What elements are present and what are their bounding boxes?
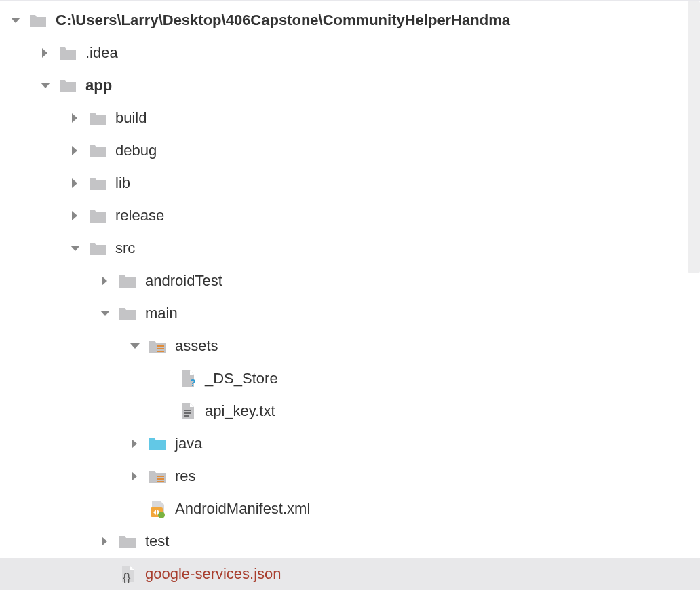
vertical-scrollbar[interactable] <box>688 1 700 614</box>
manifest-file-icon <box>148 499 167 518</box>
tree-node-dsstore[interactable]: _DS_Store <box>0 362 700 395</box>
tree-label: java <box>172 435 202 453</box>
chevron-right-icon[interactable] <box>128 469 142 484</box>
chevron-right-icon[interactable] <box>68 176 83 191</box>
tree-label: C:\Users\Larry\Desktop\406Capstone\Commu… <box>53 12 510 29</box>
tree-label: assets <box>172 337 218 355</box>
tree-node-app[interactable]: app <box>0 69 700 102</box>
tree-node-root[interactable]: C:\Users\Larry\Desktop\406Capstone\Commu… <box>0 4 700 37</box>
tree-node-debug[interactable]: debug <box>0 134 700 167</box>
tree-node-idea[interactable]: .idea <box>0 37 700 69</box>
tree-label: lib <box>113 174 130 192</box>
chevron-down-icon[interactable] <box>128 339 142 353</box>
chevron-right-icon[interactable] <box>68 208 83 223</box>
chevron-right-icon[interactable] <box>68 111 83 126</box>
folder-icon <box>118 532 137 551</box>
tree-label: release <box>113 207 164 225</box>
chevron-down-icon[interactable] <box>98 306 113 321</box>
folder-icon <box>118 271 137 290</box>
tree-label: androidTest <box>142 272 222 290</box>
tree-node-test[interactable]: test <box>0 525 700 558</box>
tree-node-release[interactable]: release <box>0 199 700 232</box>
tree-node-manifest[interactable]: AndroidManifest.xml <box>0 493 700 525</box>
folder-icon <box>58 43 77 62</box>
chevron-right-icon[interactable] <box>128 436 142 451</box>
tree-node-res[interactable]: res <box>0 460 700 493</box>
tree-node-assets[interactable]: assets <box>0 330 700 362</box>
tree-label: res <box>172 467 196 485</box>
chevron-down-icon[interactable] <box>8 13 23 28</box>
folder-icon <box>88 109 107 128</box>
chevron-down-icon[interactable] <box>38 78 53 93</box>
unknown-file-icon <box>178 369 197 388</box>
chevron-down-icon[interactable] <box>68 241 83 256</box>
json-file-icon <box>118 564 137 583</box>
chevron-right-icon[interactable] <box>98 273 113 288</box>
chevron-right-icon[interactable] <box>68 143 83 158</box>
tree-node-androidtest[interactable]: androidTest <box>0 265 700 297</box>
tree-node-lib[interactable]: lib <box>0 167 700 199</box>
tree-node-google-services[interactable]: google-services.json <box>0 558 700 590</box>
tree-label: test <box>142 533 169 550</box>
package-folder-icon <box>148 467 167 486</box>
tree-label: AndroidManifest.xml <box>172 500 310 518</box>
tree-label: _DS_Store <box>202 370 278 387</box>
chevron-right-icon[interactable] <box>38 45 53 60</box>
tree-label: build <box>113 109 147 127</box>
tree-node-apikey[interactable]: api_key.txt <box>0 395 700 427</box>
tree-label: app <box>83 77 112 94</box>
chevron-right-icon[interactable] <box>98 534 113 549</box>
tree-label: main <box>142 305 178 322</box>
scrollbar-thumb[interactable] <box>688 1 700 273</box>
tree-label: google-services.json <box>142 565 281 583</box>
tree-node-main[interactable]: main <box>0 297 700 330</box>
tree-label: debug <box>113 142 157 159</box>
text-file-icon <box>178 402 197 421</box>
tree-node-build[interactable]: build <box>0 102 700 134</box>
tree-label: .idea <box>83 44 118 62</box>
folder-icon <box>88 141 107 160</box>
source-folder-icon <box>148 434 167 453</box>
package-folder-icon <box>148 337 167 356</box>
tree-label: api_key.txt <box>202 402 275 420</box>
folder-icon <box>28 11 47 30</box>
tree-node-java[interactable]: java <box>0 427 700 460</box>
folder-icon <box>88 206 107 225</box>
folder-icon <box>88 239 107 258</box>
folder-icon <box>118 304 137 323</box>
tree-node-src[interactable]: src <box>0 232 700 265</box>
tree-label: src <box>113 239 135 257</box>
folder-icon <box>58 76 77 95</box>
folder-icon <box>88 174 107 193</box>
project-tree: C:\Users\Larry\Desktop\406Capstone\Commu… <box>0 0 700 593</box>
